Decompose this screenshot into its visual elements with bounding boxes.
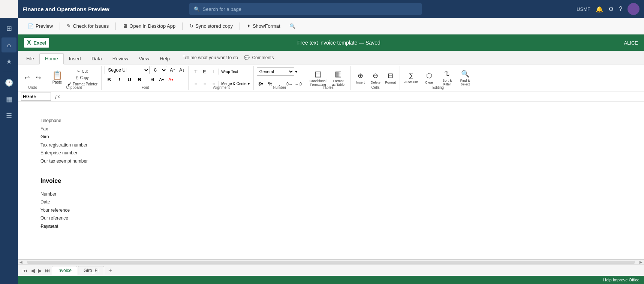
undo-button[interactable]: ↩ — [22, 74, 32, 82]
sheet-tab-giro[interactable]: Giro_FI — [78, 266, 104, 275]
tab-review[interactable]: Review — [107, 54, 134, 64]
alignment-group-label: Alignment — [189, 85, 253, 90]
sidebar-divider — [3, 72, 15, 72]
tab-help[interactable]: Help — [154, 54, 175, 64]
invoice-fields-list: Number Date Your reference Our reference… — [40, 190, 622, 231]
add-sheet-button[interactable]: ＋ — [105, 266, 115, 274]
preview-button[interactable]: 📄 Preview — [24, 21, 57, 31]
clipboard-group-label: Clipboard — [47, 85, 101, 90]
notification-icon[interactable]: 🔔 — [596, 6, 603, 13]
your-ref-field: Your reference — [40, 206, 622, 215]
number-format-select[interactable]: General — [257, 67, 294, 76]
open-desktop-label: Open in Desktop App — [129, 23, 175, 29]
paste-button[interactable]: 📋 Paste — [49, 69, 65, 87]
sidebar-table-icon[interactable]: ▦ — [1, 92, 16, 107]
align-top-button[interactable]: ⊤ — [192, 67, 200, 76]
date-field: Date — [40, 198, 622, 206]
fax-label: Fax — [40, 125, 622, 133]
avatar[interactable] — [628, 3, 640, 15]
tab-home[interactable]: Home — [39, 53, 64, 64]
sidebar-clock-icon[interactable]: 🕐 — [1, 75, 16, 90]
check-issues-button[interactable]: ✎ Check for issues — [63, 21, 112, 31]
preview-icon: 📄 — [28, 23, 34, 29]
scrollbar-right-arrow[interactable]: ▶ — [638, 260, 644, 264]
bold-button[interactable]: B — [105, 75, 114, 84]
tab-view[interactable]: View — [133, 54, 154, 64]
paste-label: Paste — [52, 80, 62, 84]
sort-filter-button[interactable]: ⇅ Sort & Filter — [439, 69, 455, 87]
font-name-select[interactable]: Segoe UI — [105, 66, 150, 74]
find-icon: 🔍 — [461, 70, 469, 78]
sheet-tab-invoice[interactable]: Invoice — [52, 266, 77, 275]
font-color-button[interactable]: A▾ — [167, 75, 175, 84]
tab-insert[interactable]: Insert — [64, 54, 87, 64]
ribbon-comments-button[interactable]: 💬 Comments — [244, 55, 274, 60]
help-icon[interactable]: ? — [619, 6, 622, 12]
formula-bar: HG50 ▾ ƒx — [18, 91, 644, 102]
decrease-font-button[interactable]: A↓ — [178, 66, 186, 74]
autosum-button[interactable]: ∑ AutoSum — [403, 69, 419, 87]
search-bar[interactable]: 🔍 Search for a page — [189, 3, 422, 15]
copy-label: Copy — [80, 76, 88, 80]
format-as-table-button[interactable]: ▦ Format as Table — [329, 69, 347, 87]
sidebar-list-icon[interactable]: ☰ — [1, 108, 16, 123]
cut-button[interactable]: ✂ Cut — [66, 69, 99, 74]
underline-button[interactable]: U — [125, 75, 134, 84]
wrap-text-button[interactable]: Wrap Text — [220, 67, 240, 76]
conditional-formatting-button[interactable]: ▤ Conditional Formatting — [309, 69, 327, 87]
cut-icon: ✂ — [77, 69, 80, 73]
cmd-separator-3 — [182, 22, 183, 30]
delete-cells-button[interactable]: ⊖ Delete — [369, 69, 382, 87]
copy-icon: ⎘ — [76, 76, 78, 80]
settings-icon[interactable]: ⚙ — [608, 6, 614, 13]
align-middle-button[interactable]: ⊟ — [201, 67, 209, 76]
search-command-button[interactable]: 🔍 — [286, 21, 299, 31]
align-bottom-button[interactable]: ⊥ — [210, 67, 218, 76]
sync-icon: ↻ — [189, 23, 193, 29]
tab-file[interactable]: File — [21, 54, 39, 64]
cell-ref-dropdown[interactable]: ▾ — [34, 94, 36, 99]
font-format-row: B I U S ⊟ A▾ A▾ — [105, 75, 186, 84]
open-desktop-icon: 🖥 — [123, 23, 127, 29]
formula-icon[interactable]: ƒx — [53, 94, 61, 99]
invoice-section: Invoice Number Date Your reference Our r… — [40, 178, 622, 231]
sheet-nav-last[interactable]: ⏭ — [43, 268, 52, 274]
autosum-icon: ∑ — [409, 72, 413, 79]
clear-button[interactable]: ⬡ Clear — [421, 69, 437, 87]
italic-button[interactable]: I — [115, 75, 124, 84]
copy-button[interactable]: ⎘ Copy — [66, 75, 99, 81]
increase-font-button[interactable]: A↑ — [168, 66, 177, 74]
sheet-nav-next[interactable]: ▶ — [36, 268, 43, 274]
fill-color-button[interactable]: A▾ — [157, 75, 166, 84]
open-desktop-button[interactable]: 🖥 Open in Desktop App — [119, 21, 179, 31]
format-cells-button[interactable]: ⊟ Format — [384, 69, 397, 87]
spreadsheet-area[interactable]: Telephone Fax Giro Tax registration numb… — [18, 102, 644, 259]
sheet-nav-prev[interactable]: ◀ — [29, 268, 36, 274]
strikethrough-button[interactable]: S — [135, 75, 144, 84]
font-size-select[interactable]: 8 — [151, 66, 167, 74]
sort-icon: ⇅ — [444, 70, 450, 78]
cell-reference-box[interactable]: HG50 ▾ — [21, 93, 51, 101]
tab-data[interactable]: Data — [86, 54, 107, 64]
border-button[interactable]: ⊟ — [148, 75, 156, 84]
font-name-row: Segoe UI 8 A↑ A↓ — [105, 66, 186, 74]
show-format-button[interactable]: ✦ ShowFormat — [243, 21, 284, 31]
ribbon-tell-me[interactable]: Tell me what you want to do — [183, 55, 238, 60]
horizontal-scrollbar[interactable]: ◀ ▶ — [18, 259, 644, 265]
font-divider — [146, 76, 146, 82]
num-dropdown-icon: ▾ — [295, 69, 297, 74]
sidebar-apps-icon[interactable]: ⊞ — [1, 21, 16, 36]
sync-button[interactable]: ↻ Sync stored copy — [186, 21, 237, 31]
sidebar-home-icon[interactable]: ⌂ — [1, 37, 16, 52]
align-divider — [219, 69, 219, 75]
insert-cells-button[interactable]: ⊕ Insert — [354, 69, 367, 87]
sheet-nav-first[interactable]: ⏮ — [21, 268, 29, 274]
formula-input[interactable] — [64, 93, 641, 101]
scrollbar-track[interactable] — [27, 261, 635, 264]
find-select-button[interactable]: 🔍 Find & Select — [457, 69, 473, 87]
redo-button[interactable]: ↪ — [33, 74, 43, 82]
ribbon-group-editing: ∑ AutoSum ⬡ Clear ⇅ Sort & Filter 🔍 Find… — [401, 66, 476, 90]
sidebar-star-icon[interactable]: ★ — [1, 54, 16, 69]
excel-title-bar: X Excel Free text invoice template — Sav… — [18, 34, 644, 51]
scrollbar-left-arrow[interactable]: ◀ — [18, 260, 24, 264]
